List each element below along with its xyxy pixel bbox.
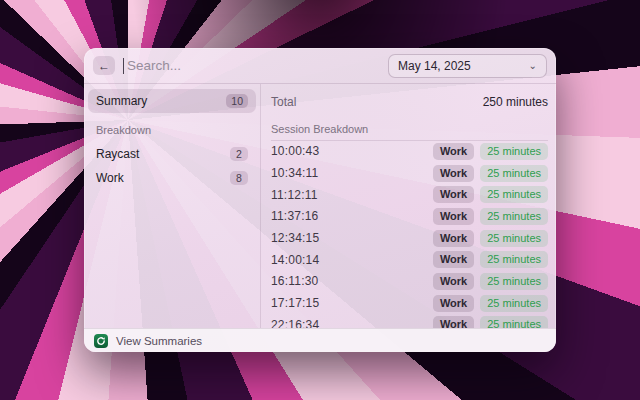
search-bar: ← Search... May 14, 2025 ⌄ [84,48,556,84]
sidebar: Summary 10 Breakdown Raycast 2 Work 8 [84,84,261,328]
sidebar-item-raycast[interactable]: Raycast 2 [88,142,256,166]
count-badge: 2 [230,147,248,161]
session-time: 22:16:34 [271,318,319,328]
tag-pill: Work [433,273,474,290]
date-dropdown[interactable]: May 14, 2025 ⌄ [388,54,547,78]
session-time: 11:12:11 [271,188,318,202]
session-time: 12:34:15 [271,231,319,245]
session-row: 22:16:34 Work 25 minutes [271,314,548,328]
session-time: 10:00:43 [271,144,319,158]
view-summaries-label: View Summaries [116,335,202,347]
session-time: 11:37:16 [271,209,318,223]
back-button[interactable]: ← [93,56,115,75]
session-row: 11:37:16 Work 25 minutes [271,206,548,228]
tag-pill: Work [433,251,474,268]
tag-pill: Work [433,230,474,247]
sidebar-item-label: Summary [96,94,147,108]
tag-pill: Work [433,208,474,225]
duration-pill: 25 minutes [480,208,548,225]
session-row: 11:12:11 Work 25 minutes [271,184,548,206]
session-list: 10:00:43 Work 25 minutes 10:34:11 Work 2… [271,141,548,328]
back-arrow-icon: ← [98,59,110,73]
duration-pill: 25 minutes [480,273,548,290]
session-time: 17:17:15 [271,296,319,310]
sidebar-item-work[interactable]: Work 8 [88,166,256,190]
session-row: 16:11:30 Work 25 minutes [271,271,548,293]
count-badge: 8 [230,171,248,185]
duration-pill: 25 minutes [480,316,548,328]
duration-pill: 25 minutes [480,143,548,160]
duration-pill: 25 minutes [480,295,548,312]
tag-pill: Work [433,295,474,312]
sidebar-item-label: Work [96,171,124,185]
sidebar-section-breakdown: Breakdown [96,124,248,136]
tag-pill: Work [433,316,474,328]
total-value: 250 minutes [483,95,548,109]
duration-pill: 25 minutes [480,165,548,182]
total-row: Total 250 minutes [271,92,548,111]
tag-pill: Work [433,165,474,182]
chevron-down-icon: ⌄ [529,61,537,71]
duration-pill: 25 minutes [480,186,548,203]
duration-pill: 25 minutes [480,230,548,247]
session-row: 12:34:15 Work 25 minutes [271,227,548,249]
session-row: 17:17:15 Work 25 minutes [271,292,548,314]
view-summaries-icon [94,334,108,348]
session-row: 10:00:43 Work 25 minutes [271,141,548,163]
raycast-window: ← Search... May 14, 2025 ⌄ Summary 10 Br… [84,48,556,352]
detail-panel: Total 250 minutes Session Breakdown 10:0… [261,84,556,328]
session-time: 14:00:14 [271,253,319,267]
section-session-breakdown: Session Breakdown [271,121,548,136]
view-summaries-action[interactable]: View Summaries [94,334,202,348]
text-caret [123,58,124,74]
date-dropdown-value: May 14, 2025 [398,59,471,73]
tag-pill: Work [433,186,474,203]
sidebar-item-summary[interactable]: Summary 10 [88,89,256,113]
session-time: 10:34:11 [271,166,318,180]
session-row: 10:34:11 Work 25 minutes [271,162,548,184]
duration-pill: 25 minutes [480,251,548,268]
search-input[interactable]: Search... [127,58,388,73]
total-label: Total [271,95,296,109]
count-badge: 10 [226,94,248,108]
tag-pill: Work [433,143,474,160]
sidebar-item-label: Raycast [96,147,139,161]
action-bar: View Summaries [84,328,556,352]
content-area: Summary 10 Breakdown Raycast 2 Work 8 To… [84,84,556,328]
session-row: 14:00:14 Work 25 minutes [271,249,548,271]
session-time: 16:11:30 [271,274,318,288]
